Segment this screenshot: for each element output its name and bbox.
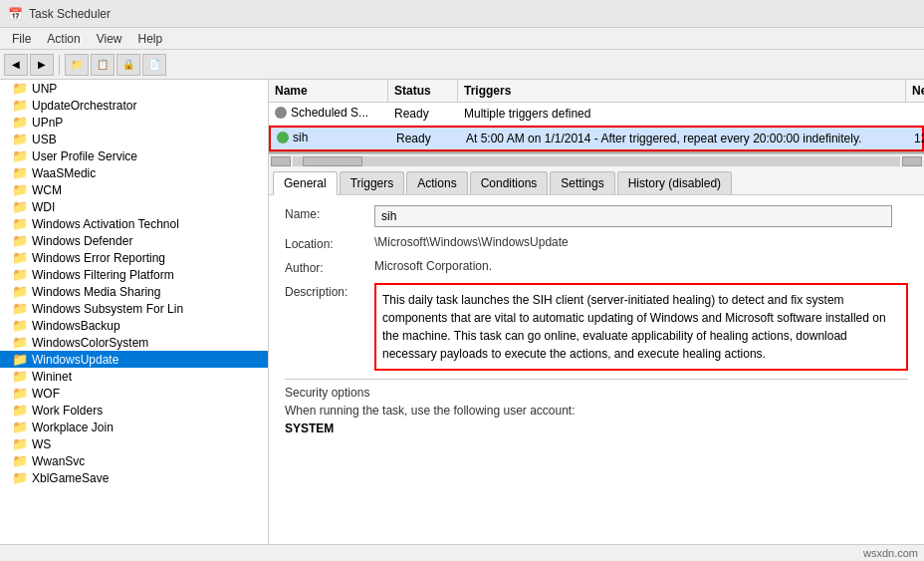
sidebar-item[interactable]: 📁Windows Activation Technol — [0, 215, 268, 232]
sidebar-item-label: WDI — [32, 200, 55, 214]
folder-icon: 📁 — [12, 81, 28, 96]
task-nextrun-0 — [906, 111, 924, 117]
sidebar-item-label: Workplace Join — [32, 421, 114, 434]
sidebar-item[interactable]: 📁Work Folders — [0, 402, 268, 419]
sidebar-item-label: WindowsColorSystem — [32, 336, 148, 350]
col-header-nextrun[interactable]: Next Run Time — [906, 80, 924, 102]
sidebar-item-label: Windows Error Reporting — [32, 251, 165, 265]
folder-icon: 📁 — [12, 335, 28, 350]
folder-icon: 📁 — [12, 199, 28, 214]
tab-general[interactable]: General — [273, 171, 338, 195]
task-list: Name Status Triggers Next Run Time Sched… — [269, 80, 924, 153]
col-header-name[interactable]: Name — [269, 80, 388, 102]
lock-button[interactable]: 🔒 — [116, 54, 140, 76]
sidebar-item[interactable]: 📁UpdateOrchestrator — [0, 97, 268, 114]
sidebar-item[interactable]: 📁WS — [0, 435, 268, 452]
sidebar-item[interactable]: 📁WwanSvc — [0, 452, 268, 469]
scroll-thumb[interactable] — [303, 156, 362, 166]
sidebar-item-label: USB — [32, 133, 57, 146]
col-header-triggers[interactable]: Triggers — [458, 80, 906, 102]
sidebar-item-label: UPnP — [32, 116, 63, 130]
col-header-status[interactable]: Status — [388, 80, 458, 102]
folder-icon: 📁 — [12, 284, 28, 299]
sidebar-item[interactable]: 📁Windows Subsystem For Lin — [0, 300, 268, 317]
security-section: Security options When running the task, … — [285, 379, 908, 435]
task-list-header: Name Status Triggers Next Run Time — [269, 80, 924, 103]
sidebar-item[interactable]: 📁Wininet — [0, 368, 268, 385]
folder-icon: 📁 — [12, 453, 28, 468]
sidebar-item[interactable]: 📁WCM — [0, 181, 268, 198]
sidebar-item[interactable]: 📁USB — [0, 131, 268, 147]
tab-history[interactable]: History (disabled) — [617, 171, 732, 194]
folder-icon: 📁 — [12, 98, 28, 113]
sidebar-item-label: WCM — [32, 183, 62, 197]
folder-icon: 📁 — [12, 369, 28, 384]
tab-actions[interactable]: Actions — [406, 171, 467, 194]
sidebar-item-label: UpdateOrchestrator — [32, 99, 136, 113]
horizontal-scrollbar[interactable] — [269, 153, 924, 167]
prop-row-location: Location: \Microsoft\Windows\WindowsUpda… — [285, 235, 908, 251]
scroll-right-btn[interactable] — [902, 156, 922, 166]
sidebar-item-label: Windows Filtering Platform — [32, 268, 174, 282]
sidebar-item-label: User Profile Service — [32, 149, 137, 163]
sidebar-item[interactable]: 📁WindowsColorSystem — [0, 334, 268, 351]
bottom-panel: General Triggers Actions Conditions Sett… — [269, 167, 924, 561]
sidebar-item-label: WS — [32, 437, 51, 451]
sidebar-item-label: WOF — [32, 387, 60, 401]
tasks-button[interactable]: 📋 — [91, 54, 115, 76]
folder-icon: 📁 — [12, 403, 28, 418]
menu-help[interactable]: Help — [130, 30, 171, 48]
sidebar-item[interactable]: 📁WOF — [0, 385, 268, 402]
sidebar-item-label: Windows Defender — [32, 234, 132, 248]
sidebar-item[interactable]: 📁WindowsUpdate — [0, 351, 268, 368]
menu-view[interactable]: View — [89, 30, 130, 48]
folder-icon: 📁 — [12, 148, 28, 163]
sidebar-item-label: WwanSvc — [32, 454, 85, 468]
sidebar-item[interactable]: 📁Windows Media Sharing — [0, 283, 268, 300]
sidebar-item-label: UNP — [32, 82, 57, 96]
scroll-left-btn[interactable] — [271, 156, 291, 166]
menu-file[interactable]: File — [4, 30, 39, 48]
prop-row-description: Description: This daily task launches th… — [285, 283, 908, 371]
description-value: This daily task launches the SIH client … — [374, 283, 908, 371]
title-bar: 📅 Task Scheduler — [0, 0, 924, 28]
sidebar-item[interactable]: 📁Windows Error Reporting — [0, 249, 268, 266]
folder-icon: 📁 — [12, 216, 28, 231]
folder-icon: 📁 — [12, 267, 28, 282]
sidebar[interactable]: 📁UNP📁UpdateOrchestrator📁UPnP📁USB📁User Pr… — [0, 80, 269, 561]
sidebar-item-label: Windows Media Sharing — [32, 285, 160, 299]
folder-button[interactable]: 📁 — [65, 54, 89, 76]
menu-bar: File Action View Help — [0, 28, 924, 50]
sidebar-item[interactable]: 📁Windows Filtering Platform — [0, 266, 268, 283]
tab-triggers[interactable]: Triggers — [340, 171, 405, 194]
status-text: wsxdn.com — [863, 547, 918, 559]
sidebar-item[interactable]: 📁Workplace Join — [0, 419, 268, 435]
sidebar-item[interactable]: 📁User Profile Service — [0, 147, 268, 164]
name-input[interactable] — [374, 205, 892, 227]
scroll-track[interactable] — [293, 156, 900, 166]
sidebar-item-label: XblGameSave — [32, 471, 109, 485]
sidebar-item-label: WindowsBackup — [32, 319, 120, 333]
tab-conditions[interactable]: Conditions — [470, 171, 549, 194]
sidebar-item[interactable]: 📁WaaSMedic — [0, 164, 268, 181]
sidebar-item[interactable]: 📁UNP — [0, 80, 268, 97]
folder-icon: 📁 — [12, 115, 28, 130]
folder-icon: 📁 — [12, 182, 28, 197]
sidebar-item[interactable]: 📁WindowsBackup — [0, 317, 268, 334]
menu-action[interactable]: Action — [39, 30, 88, 48]
forward-button[interactable]: ▶ — [30, 54, 54, 76]
properties-panel: Name: Location: \Microsoft\Windows\Windo… — [269, 195, 924, 445]
sidebar-item[interactable]: 📁WDI — [0, 198, 268, 215]
sidebar-item[interactable]: 📁Windows Defender — [0, 232, 268, 249]
back-button[interactable]: ◀ — [4, 54, 28, 76]
sidebar-item-label: Windows Subsystem For Lin — [32, 302, 183, 316]
sidebar-item[interactable]: 📁XblGameSave — [0, 469, 268, 486]
folder-icon: 📁 — [12, 250, 28, 265]
folder-icon: 📁 — [12, 301, 28, 316]
sidebar-item[interactable]: 📁UPnP — [0, 114, 268, 131]
task-nextrun-1: 12/27/2018 4... — [908, 129, 924, 148]
table-row[interactable]: Scheduled S... Ready Multiple triggers d… — [269, 103, 924, 126]
table-row[interactable]: sih Ready At 5:00 AM on 1/1/2014 - After… — [269, 126, 924, 151]
tab-settings[interactable]: Settings — [550, 171, 614, 194]
doc-button[interactable]: 📄 — [142, 54, 166, 76]
